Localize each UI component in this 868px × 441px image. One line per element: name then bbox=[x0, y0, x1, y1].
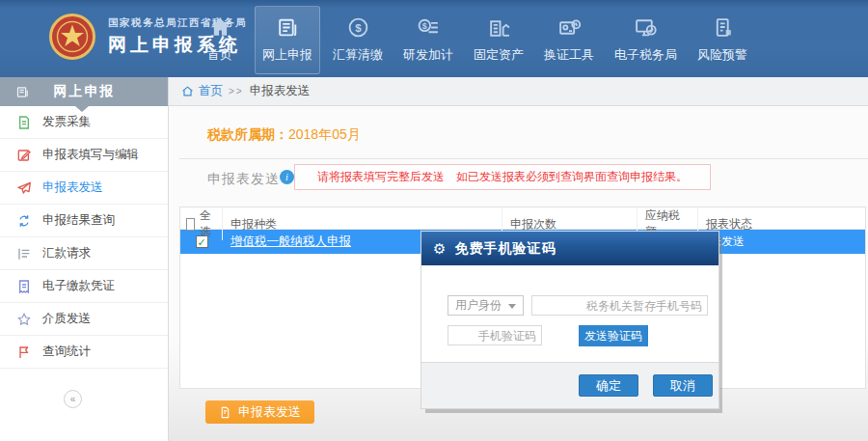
nav-item-cert-tool[interactable]: 换证工具 bbox=[536, 6, 602, 74]
sidebar-item-label: 汇款请求 bbox=[42, 245, 91, 262]
sidebar-item-remittance-request[interactable]: 汇款请求 bbox=[0, 237, 168, 270]
identity-select-value: 用户身份 bbox=[455, 297, 502, 314]
nav-label: 网上申报 bbox=[262, 46, 312, 64]
row-checkbox-cell: ✓ bbox=[180, 235, 223, 248]
result-query-icon bbox=[16, 213, 32, 229]
paper-plane-icon bbox=[16, 180, 32, 196]
edit-form-icon bbox=[16, 148, 32, 163]
nav-label: 首页 bbox=[207, 46, 232, 64]
info-icon: i bbox=[280, 170, 294, 184]
nav-label: 风险预警 bbox=[697, 46, 747, 64]
declare-icon bbox=[276, 15, 300, 40]
identity-select[interactable]: 用户身份 bbox=[448, 295, 524, 316]
table-header-row: 全选 申报种类 申报次数 应纳税额 报表状态 bbox=[180, 207, 865, 230]
sidebar-header: 网上申报 bbox=[0, 77, 168, 106]
tax-period: 税款所属期：2018年05月 bbox=[207, 126, 361, 144]
sidebar-item-label: 申报表发送 bbox=[42, 179, 103, 196]
sidebar-item-label: 申报表填写与编辑 bbox=[42, 147, 139, 163]
nav-item-settlement[interactable]: $ 汇算清缴 bbox=[325, 6, 391, 74]
sidebar-item-fill-edit[interactable]: 申报表填写与编辑 bbox=[0, 139, 168, 172]
send-code-button[interactable]: 发送验证码 bbox=[579, 325, 648, 346]
sms-verification-modal: ⚙ 免费手机验证码 用户身份 发送验证码 确定 取消 bbox=[421, 232, 719, 408]
chevron-down-icon bbox=[508, 304, 516, 309]
rnd-deduction-icon: $ bbox=[417, 15, 441, 40]
sidebar-item-send-form[interactable]: 申报表发送 bbox=[0, 172, 168, 205]
warning-message: 请将报表填写完整后发送 如已发送报表必须到查询界面查询申报结果。 bbox=[294, 164, 711, 190]
sidebar-title: 网上申报 bbox=[30, 83, 139, 100]
home-icon bbox=[181, 85, 194, 97]
payment-receipt-icon bbox=[16, 279, 32, 294]
top-navigation: 首页 网上申报 $ 汇算清缴 $ bbox=[190, 6, 755, 74]
sidebar-item-query-stats[interactable]: 查询统计 bbox=[0, 336, 168, 369]
modal-body: 用户身份 发送验证码 bbox=[421, 265, 719, 362]
sidebar-item-payment-receipt[interactable]: 电子缴款凭证 bbox=[0, 270, 168, 303]
breadcrumb-current: 申报表发送 bbox=[250, 83, 311, 99]
sidebar-collapse-button[interactable]: « bbox=[64, 390, 82, 408]
sidebar-item-label: 查询统计 bbox=[42, 344, 91, 360]
breadcrumb-separator: >> bbox=[229, 86, 244, 96]
breadcrumb-home[interactable]: 首页 bbox=[181, 83, 223, 99]
svg-text:$: $ bbox=[421, 21, 426, 31]
row-checkbox[interactable]: ✓ bbox=[196, 235, 208, 248]
fixed-assets-icon bbox=[487, 15, 511, 40]
divider bbox=[179, 158, 868, 159]
sidebar-item-media-send[interactable]: 介质发送 bbox=[0, 303, 168, 336]
ok-button[interactable]: 确定 bbox=[579, 374, 638, 397]
sidebar-item-label: 介质发送 bbox=[42, 311, 91, 327]
send-doc-icon bbox=[219, 406, 231, 419]
etax-bureau-icon bbox=[634, 15, 658, 40]
national-emblem-icon bbox=[48, 13, 96, 61]
media-star-icon bbox=[16, 312, 32, 327]
sidebar-item-result-query[interactable]: 申报结果查询 bbox=[0, 205, 168, 237]
svg-text:$: $ bbox=[355, 22, 362, 34]
row-status: 未发送 bbox=[698, 234, 865, 250]
select-all-checkbox[interactable] bbox=[186, 218, 195, 231]
nav-label: 电子税务局 bbox=[614, 46, 677, 64]
remittance-list-icon bbox=[16, 246, 32, 262]
cert-tool-icon bbox=[557, 15, 582, 40]
risk-alert-icon bbox=[711, 15, 735, 40]
breadcrumb-home-label[interactable]: 首页 bbox=[199, 83, 223, 99]
modal-footer: 确定 取消 bbox=[421, 362, 719, 408]
nav-item-etax-bureau[interactable]: 电子税务局 bbox=[607, 6, 685, 74]
sms-code-input[interactable] bbox=[448, 325, 542, 345]
nav-item-risk-alert[interactable]: 风险预警 bbox=[690, 6, 755, 74]
invoice-doc-icon bbox=[16, 115, 32, 130]
stats-flag-icon bbox=[16, 345, 32, 360]
modal-title-bar: ⚙ 免费手机验证码 bbox=[421, 232, 719, 265]
settlement-coin-icon: $ bbox=[346, 15, 370, 40]
section-title: 申报表发送 bbox=[207, 171, 280, 188]
phone-number-input[interactable] bbox=[531, 295, 708, 316]
cancel-button[interactable]: 取消 bbox=[653, 374, 713, 397]
modal-title: 免费手机验证码 bbox=[454, 240, 556, 258]
nav-item-rnd-deduction[interactable]: $ 研发加计 bbox=[395, 6, 461, 74]
home-icon bbox=[208, 15, 232, 40]
top-header: 国家税务总局江西省税务局 网上申报系统 首页 网上申报 bbox=[0, 0, 868, 77]
submit-declaration-button[interactable]: 申报表发送 bbox=[205, 400, 314, 424]
breadcrumb: 首页 >> 申报表发送 bbox=[169, 77, 868, 106]
sidebar-item-label: 发票采集 bbox=[42, 114, 91, 130]
sidebar-item-label: 电子缴款凭证 bbox=[42, 278, 115, 294]
submit-declaration-label: 申报表发送 bbox=[238, 403, 301, 421]
gear-icon: ⚙ bbox=[433, 241, 446, 256]
tax-period-value: 2018年05月 bbox=[288, 126, 361, 142]
nav-label: 固定资产 bbox=[474, 46, 524, 64]
sidebar: 网上申报 发票采集 申报表填写与编辑 申报表发送 bbox=[0, 77, 169, 441]
sidebar-item-label: 申报结果查询 bbox=[42, 212, 115, 229]
nav-label: 汇算清缴 bbox=[333, 46, 383, 64]
nav-item-online-declare[interactable]: 网上申报 bbox=[255, 6, 320, 74]
app-window: 国家税务总局江西省税务局 网上申报系统 首页 网上申报 bbox=[0, 0, 868, 441]
nav-item-fixed-assets[interactable]: 固定资产 bbox=[466, 6, 531, 74]
declare-icon bbox=[15, 85, 30, 99]
nav-item-home[interactable]: 首页 bbox=[190, 6, 250, 74]
nav-label: 研发加计 bbox=[403, 46, 453, 64]
tax-period-label: 税款所属期： bbox=[207, 126, 288, 142]
nav-label: 换证工具 bbox=[544, 46, 594, 64]
